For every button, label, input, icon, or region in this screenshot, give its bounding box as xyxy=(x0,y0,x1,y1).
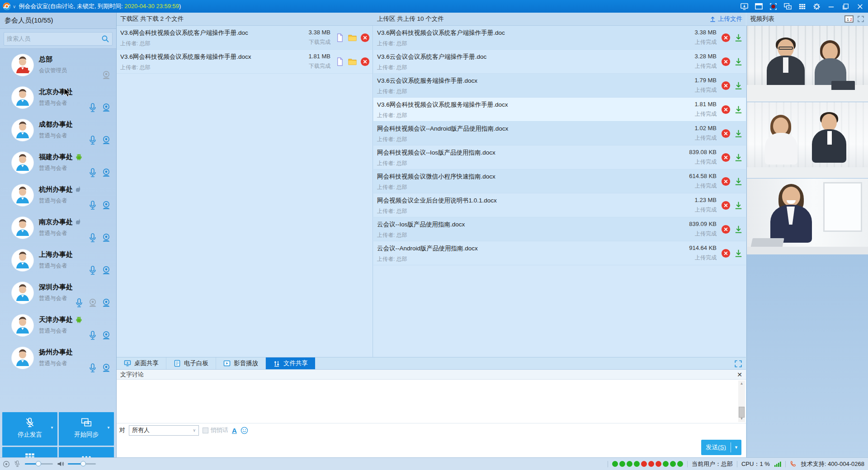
download-file-icon[interactable] xyxy=(734,129,743,138)
webcam-icon[interactable] xyxy=(101,167,112,178)
emoji-button[interactable] xyxy=(241,427,248,434)
delete-file-icon[interactable] xyxy=(721,249,731,258)
whisper-checkbox[interactable] xyxy=(203,428,208,433)
maximize-icon[interactable] xyxy=(841,2,850,11)
delete-file-icon[interactable] xyxy=(721,57,731,66)
tab[interactable]: 电子白板 xyxy=(166,357,216,369)
delete-file-icon[interactable] xyxy=(721,129,731,138)
speaker-volume-slider[interactable] xyxy=(68,463,96,465)
settings-gear-icon[interactable] xyxy=(812,2,821,11)
mic-muted-icon[interactable] xyxy=(14,460,21,468)
delete-file-icon[interactable] xyxy=(721,153,731,162)
scroll-down-icon[interactable]: ▼ xyxy=(738,416,745,422)
download-file-icon[interactable] xyxy=(734,249,743,258)
video-thumbnail-2[interactable] xyxy=(747,102,868,178)
send-options-icon[interactable]: ▼ xyxy=(731,445,741,450)
microphone-icon[interactable] xyxy=(87,265,98,276)
microphone-icon[interactable] xyxy=(87,232,98,243)
layout-grid-icon[interactable] xyxy=(798,2,807,11)
search-box[interactable] xyxy=(4,32,113,46)
download-file-icon[interactable] xyxy=(734,57,743,66)
webcam-icon[interactable] xyxy=(101,362,112,373)
microphone-icon[interactable] xyxy=(87,200,98,211)
microphone-icon[interactable] xyxy=(87,102,98,113)
delete-file-icon[interactable] xyxy=(721,105,731,114)
microphone-icon[interactable] xyxy=(87,135,98,146)
webcam-off-icon[interactable] xyxy=(101,70,112,80)
download-file-icon[interactable] xyxy=(734,225,743,234)
webcam-icon[interactable] xyxy=(101,200,112,211)
participant-row[interactable]: 成都办事处 普通与会者 xyxy=(0,115,116,147)
upload-file-row[interactable]: 网会科技视频会议微信小程序快速指南.docx上传者: 总部 614.58 KB上… xyxy=(373,169,746,193)
media-window-icon[interactable] xyxy=(755,2,763,11)
upload-file-row[interactable]: 网会视频会议企业后台使用说明书1.0.1.docx上传者: 总部 1.23 MB… xyxy=(373,193,746,217)
webcam-icon[interactable] xyxy=(101,232,112,243)
upload-file-row[interactable]: 云会议--Ios版产品使用指南.docx上传者: 总部 839.09 KB上传完… xyxy=(373,217,746,241)
download-file-row[interactable]: V3.6网会科技视频会议系统服务端操作手册.docx上传者: 总部 1.81 M… xyxy=(117,50,373,74)
chat-close-icon[interactable]: ✕ xyxy=(737,371,742,378)
scroll-up-icon[interactable]: ▲ xyxy=(738,381,745,387)
dropdown-arrow-icon[interactable]: ▼ xyxy=(107,426,110,430)
download-file-icon[interactable] xyxy=(734,153,743,162)
participant-row[interactable]: 深圳办事处 普通与会者 xyxy=(0,277,116,310)
download-file-icon[interactable] xyxy=(734,81,743,90)
download-file-icon[interactable] xyxy=(734,177,743,186)
font-style-button[interactable]: A xyxy=(232,427,237,434)
upload-file-row[interactable]: 网会科技视频会议--Android版产品使用指南.docx上传者: 总部 1.0… xyxy=(373,122,746,146)
microphone-icon[interactable] xyxy=(74,297,85,308)
delete-file-icon[interactable] xyxy=(360,57,370,66)
download-file-icon[interactable] xyxy=(734,105,743,114)
delete-file-icon[interactable] xyxy=(721,33,731,42)
webcam-icon[interactable] xyxy=(101,330,112,341)
open-folder-icon[interactable] xyxy=(348,33,357,42)
fullscreen-icon[interactable] xyxy=(857,15,864,23)
participant-row[interactable]: 天津办事处 普通与会者 xyxy=(0,310,116,343)
layout-1-2-icon[interactable]: 12 xyxy=(844,15,854,23)
microphone-icon[interactable] xyxy=(87,330,98,341)
open-file-icon[interactable] xyxy=(335,33,344,42)
microphone-icon[interactable] xyxy=(87,362,98,373)
screen-share-icon[interactable] xyxy=(740,2,749,11)
video-thumbnail-3[interactable] xyxy=(747,179,868,254)
participant-row[interactable]: 扬州办事处 普通与会者 xyxy=(0,343,116,375)
webcam-icon[interactable] xyxy=(101,265,112,276)
sync-screens-icon[interactable] xyxy=(783,2,792,11)
search-input[interactable] xyxy=(7,35,101,42)
expand-panel-icon[interactable] xyxy=(734,360,742,368)
upload-file-row[interactable]: 云会议--Android版产品使用指南.docx上传者: 总部 914.64 K… xyxy=(373,241,746,265)
search-icon[interactable] xyxy=(101,35,109,43)
recipient-select[interactable]: 所有人 ∨ xyxy=(129,425,199,436)
download-file-icon[interactable] xyxy=(734,201,743,210)
tab[interactable]: 影音播放 xyxy=(216,357,266,369)
delete-file-icon[interactable] xyxy=(721,201,731,210)
delete-file-icon[interactable] xyxy=(721,81,731,90)
dropdown-arrow-icon[interactable]: ▼ xyxy=(50,426,54,430)
upload-file-row[interactable]: V3.6网会科技视频会议系统客户端操作手册.doc上传者: 总部 3.38 MB… xyxy=(373,26,746,50)
upload-file-row[interactable]: 网会科技视频会议--Ios版产品使用指南.docx上传者: 总部 839.08 … xyxy=(373,146,746,169)
footer-button-1[interactable]: 停止发言 ▼ xyxy=(2,412,57,446)
open-file-icon[interactable] xyxy=(335,57,344,66)
send-button[interactable]: 发送(S) ▼ xyxy=(701,440,741,455)
tab[interactable]: 文件共享 xyxy=(266,357,315,369)
upload-file-row[interactable]: V3.6云会议会议系统客户端操作手册.doc上传者: 总部 3.28 MB上传完… xyxy=(373,50,746,74)
video-thumbnail-1[interactable] xyxy=(747,26,868,102)
mic-volume-slider[interactable] xyxy=(25,463,53,465)
webcam-icon[interactable] xyxy=(101,297,112,308)
record-icon[interactable] xyxy=(769,2,778,11)
record-indicator-icon[interactable] xyxy=(3,461,10,468)
participant-row[interactable]: 上海办事处 普通与会者 xyxy=(0,245,116,277)
delete-file-icon[interactable] xyxy=(721,225,731,234)
microphone-icon[interactable] xyxy=(87,167,98,178)
download-file-row[interactable]: V3.6网会科技视频会议系统客户端操作手册.doc上传者: 总部 3.38 MB… xyxy=(117,26,373,50)
minimize-icon[interactable] xyxy=(827,2,835,11)
chat-scrollbar[interactable]: ▲ ▼ xyxy=(738,381,745,422)
upload-file-button[interactable]: 上传文件 xyxy=(709,15,742,23)
webcam-icon[interactable] xyxy=(101,135,112,146)
close-icon[interactable] xyxy=(856,2,864,11)
participant-row[interactable]: 杭州办事处 普通与会者 xyxy=(0,180,116,212)
speaker-icon[interactable] xyxy=(57,460,64,468)
footer-button-2[interactable]: 开始同步 ▼ xyxy=(59,412,114,446)
chevron-down-icon[interactable]: ∨ xyxy=(13,4,16,9)
participant-row[interactable]: 总部 会议管理员 xyxy=(0,50,116,82)
upload-file-row[interactable]: V3.6网会科技视频会议系统服务端操作手册.docx上传者: 总部 1.81 M… xyxy=(373,98,746,122)
